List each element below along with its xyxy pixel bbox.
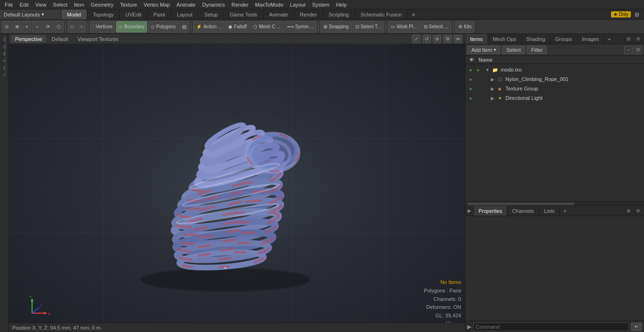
props-tab-properties[interactable]: Properties [474,206,507,216]
props-tab-lists[interactable]: Lists [539,206,560,216]
tab-model[interactable]: Model [61,9,87,19]
menu-animate[interactable]: Animate [173,1,198,8]
viewport-more-btn[interactable]: ≫ [454,35,462,43]
layout-dropdown[interactable]: Default Layouts ▾ [0,9,61,19]
sidebar-btn-5[interactable]: Po... [0,63,8,70]
sidebar-btn-6[interactable]: C... [0,70,8,77]
item-row[interactable]: ● ● ▼ 📁 modo.lxo [465,65,644,74]
menu-select[interactable]: Select [50,1,70,8]
sidebar-btn-4[interactable]: E... [0,56,8,63]
props-collapse-icon[interactable]: ▶ [465,207,474,215]
tool-move[interactable]: ↔ [32,21,42,32]
menu-render[interactable]: Render [229,1,251,8]
tab-paint[interactable]: Paint [148,9,171,19]
menu-vertex-map[interactable]: Vertex Map [141,1,173,8]
viewport-tab-textures[interactable]: Viewport Textures [74,35,122,43]
items-minus-btn[interactable]: − [624,46,633,54]
tool-falloff[interactable]: ◉Falloff [225,21,249,32]
item-eye-2[interactable]: ● [467,85,474,92]
expand-arrow-0[interactable]: ▼ [485,67,490,73]
menu-edit[interactable]: Edit [17,1,32,8]
sidebar-btn-1[interactable]: Du... [0,35,8,41]
tool-scale[interactable]: ⬡ [54,21,64,32]
tool-vertices[interactable]: ·Vertices [90,21,115,32]
layout-tab-plus[interactable]: + [408,9,419,19]
tab-topology[interactable]: Topology [87,9,120,19]
menu-file[interactable]: File [2,1,16,8]
menu-system[interactable]: System [309,1,332,8]
command-input[interactable] [473,323,629,331]
tool-mesh[interactable]: ▤ [179,21,189,32]
panel-tab-groups[interactable]: Groups [550,34,577,44]
menu-dynamics[interactable]: Dynamics [199,1,228,8]
panel-tab-plus[interactable]: + [604,36,615,42]
item-eye-0[interactable]: ● [467,66,474,73]
menu-geometry[interactable]: Geometry [88,1,116,8]
tool-snapping[interactable]: ⊞Snapping [321,21,351,32]
tool-toggle[interactable]: ⊙ [2,21,11,32]
items-list[interactable]: ● ● ▼ 📁 modo.lxo ● ▶ ⬡ Nylon_Climbing_Ro… [465,64,644,202]
item-row[interactable]: ● ▶ ☀ Directional Light [465,93,644,103]
tool-polygons[interactable]: ◇Polygons [148,21,178,32]
item-eye-render-0[interactable]: ● [475,66,481,73]
menu-help[interactable]: Help [333,1,350,8]
sidebar-btn-3[interactable]: Me... [0,49,8,56]
tab-scripting[interactable]: Scripting [323,9,355,19]
tool-symmetry[interactable]: ⟺Symm ... [284,21,316,32]
props-tab-plus[interactable]: + [560,208,570,214]
tab-setup[interactable]: Setup [198,9,224,19]
panel-settings-icon[interactable]: ⚙ [634,35,642,43]
tool-boundary[interactable]: ▱Boundary [116,21,147,32]
tab-animate[interactable]: Animate [264,9,294,19]
tab-gametools[interactable]: Game Tools [224,9,264,19]
menu-view[interactable]: View [33,1,50,8]
expand-arrow-3[interactable]: ▶ [491,96,495,101]
tool-circle[interactable]: ○ [77,21,86,32]
items-scrollbar[interactable] [465,202,644,205]
items-expand-btn[interactable]: ⊞ [634,46,642,54]
props-expand-icon[interactable]: ⊞ [624,207,633,215]
tool-selection[interactable]: ⊟Selecti ... [421,21,451,32]
props-tab-channels[interactable]: Channels [507,206,539,216]
viewport-zoom-btn[interactable]: ⊕ [433,35,441,43]
panel-expand-icon[interactable]: ⊞ [624,35,633,43]
menu-layout[interactable]: Layout [287,1,308,8]
expand-arrow-2[interactable]: ▶ [491,86,495,91]
panel-tab-mesh-ops[interactable]: Mesh Ops [488,34,521,44]
star-badge[interactable]: ★ Only [611,11,631,17]
tab-render[interactable]: Render [294,9,323,19]
menu-texture[interactable]: Texture [117,1,140,8]
viewport-tab-perspective[interactable]: Perspective [11,35,46,43]
tool-box[interactable]: □ [68,21,76,32]
tool-action[interactable]: ⚡Action ... [193,21,224,32]
menu-item[interactable]: Item [71,1,87,8]
panel-tab-images[interactable]: Images [578,34,604,44]
panel-tab-items[interactable]: Items [465,34,488,44]
command-execute-button[interactable]: ↵ [631,323,642,331]
expand-arrow-1[interactable]: ▶ [491,77,495,82]
viewport-settings-btn[interactable]: ⚙ [443,35,452,43]
viewport-canvas[interactable]: X Y Z No Items Polygons : Face Channels:… [8,44,465,332]
tab-layout[interactable]: Layout [171,9,198,19]
item-eye-1[interactable]: ● [467,76,474,82]
filter-button[interactable]: Filter [527,46,547,54]
viewport-fit-btn[interactable]: ⤢ [412,35,421,43]
viewport-reset-btn[interactable]: ↺ [422,35,431,43]
item-row[interactable]: ● ▶ ⬡ Nylon_Climbing_Rope_001 [465,74,644,84]
tool-rotate[interactable]: ⟳ [43,21,53,32]
props-settings-icon[interactable]: ⚙ [634,207,642,215]
select-button[interactable]: Select [502,46,525,54]
tool-work-plane[interactable]: ▭Work Pl... [388,21,420,32]
sidebar-btn-2[interactable]: Du... [0,42,8,49]
add-item-button[interactable]: Add Item ▾ [467,46,500,54]
layout-expand-icon[interactable]: ⊞ [633,10,641,19]
item-eye-3[interactable]: ● [467,95,474,101]
item-row[interactable]: ● ▶ ◈ Texture Group [465,84,644,93]
tool-kits[interactable]: ⚙Kits [455,21,475,32]
tab-uvedit[interactable]: UVEdit [120,9,148,19]
tool-mesh-constraint[interactable]: ⬡Mesh C ... [250,21,283,32]
panel-tab-shading[interactable]: Shading [521,34,550,44]
tool-select-tool[interactable]: ⊡Select T... [353,21,384,32]
tab-schematic-fusion[interactable]: Schematic Fusion [355,9,408,19]
viewport-tab-default[interactable]: Default [48,35,72,43]
